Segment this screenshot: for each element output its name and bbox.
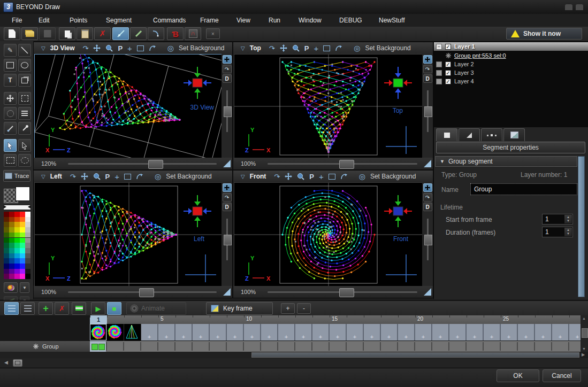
group-child-label[interactable]: Group pnt:553 sel:0 [454,52,506,59]
select-tool-button[interactable] [4,139,17,152]
layer-child-group[interactable]: Group pnt:553 sel:0 [434,51,588,60]
ok-button[interactable]: OK [497,369,539,382]
point-mode-button[interactable]: P [309,173,314,180]
start-frame-spinner[interactable]: 1 ▲▼ [542,214,573,225]
layer-visible-checkbox[interactable]: ✓ [445,44,451,50]
layer-visible-checkbox[interactable]: ✓ [445,61,451,67]
palette-color-cell[interactable] [4,233,9,238]
pan-icon[interactable] [285,173,292,180]
zoom-slider[interactable] [68,163,217,165]
ruler-current-frame[interactable]: 1 [90,315,107,324]
pan-icon[interactable] [81,173,88,180]
viewport-left-canvas[interactable]: Y X Z Left [34,182,222,287]
add-point-icon[interactable]: + [114,173,119,180]
palette-color-cell[interactable] [9,222,14,227]
pen-tool-button[interactable] [130,27,147,40]
palette-gray-cell[interactable] [25,212,30,217]
point-mode-button[interactable]: P [105,173,110,180]
menu-run[interactable]: Run [265,14,284,27]
palette-color-cell[interactable] [20,222,25,227]
select-rect-icon[interactable] [137,45,144,51]
palette-color-cell[interactable] [20,253,25,259]
empty-frame-cell[interactable]: + [501,324,518,340]
spinner-arrows[interactable]: ▲▼ [564,215,572,223]
frame-thumbnail-selected[interactable] [90,324,106,340]
expand-icon[interactable] [436,61,442,67]
pan-mode-button[interactable] [423,55,432,64]
palette-gray-cell[interactable] [25,217,30,222]
palette-color-cell[interactable] [9,212,14,217]
rotate-pointer-icon[interactable] [149,45,156,52]
d-mode-button[interactable]: D [423,203,432,211]
palette-color-cell[interactable] [20,227,25,233]
menu-debug[interactable]: DEBUG [336,14,365,27]
set-background-icon[interactable]: ◎ [359,173,365,180]
palette-color-cell[interactable] [14,264,20,269]
move-tool-button[interactable] [4,92,17,105]
empty-frame-cell[interactable]: + [141,324,158,340]
new-document-button[interactable] [4,27,20,40]
palette-color-cell[interactable] [9,274,14,279]
view-zoom-slider[interactable] [427,90,429,132]
slider-handle[interactable] [148,160,163,169]
lasso-tool-button[interactable] [18,154,31,167]
group-track-label-area[interactable]: Group [0,341,90,352]
palette-color-cell[interactable] [20,258,25,264]
spinner-down-icon[interactable]: ▼ [567,219,570,223]
layer-row-selected[interactable]: − ✓ Layer 1 [434,42,588,51]
palette-color-cell[interactable] [14,227,20,233]
add-frame-button[interactable]: + [39,302,53,315]
empty-frame-cell[interactable]: + [312,324,330,340]
timeline-hscroll[interactable] [0,352,581,358]
orientation-gizmo[interactable] [384,66,413,99]
orbit-icon[interactable]: ↷ [269,45,275,52]
palette-gray-cell[interactable] [25,264,30,269]
delete-button[interactable]: ✗ [94,27,111,40]
palette-gray-cell[interactable] [25,222,30,227]
palette-color-cell[interactable] [4,264,9,269]
zoom-slider[interactable] [68,291,217,293]
palette-color-cell[interactable] [20,274,25,279]
scroll-thumb[interactable] [582,328,588,338]
palette-gray-cell[interactable] [25,274,30,279]
resize-corner-icon[interactable] [223,288,231,296]
box3d-tool-button[interactable] [18,74,31,87]
palette-color-cell[interactable] [20,233,25,238]
slider-handle[interactable] [224,235,232,245]
tab-line[interactable] [459,128,480,141]
palette-color-cell[interactable] [14,243,20,248]
select-rect-icon[interactable] [124,174,131,180]
empty-frame-cell[interactable]: + [295,324,312,340]
track-view-alt-button[interactable] [20,302,35,315]
orientation-gizmo[interactable] [183,195,212,228]
line-tool-button[interactable] [18,44,31,57]
palette-color-cell[interactable] [4,212,9,217]
empty-frame-cell[interactable]: + [261,324,278,340]
menu-newstuff[interactable]: NewStuff [376,14,408,27]
name-input[interactable]: Group [470,183,577,195]
palette-color-cell[interactable] [20,238,25,243]
palette-color-cell[interactable] [9,233,14,238]
duration-spinner[interactable]: 1 ▲▼ [542,227,573,237]
empty-frame-cell[interactable]: + [484,324,501,340]
palette-color-cell[interactable] [20,264,25,269]
timeline-ruler[interactable]: 1510152025 [0,315,581,324]
select-rect-icon[interactable] [329,174,335,180]
palette-color-cell[interactable] [14,258,20,264]
zoom-slider[interactable] [268,291,417,293]
section-collapse-icon[interactable]: ▼ [440,159,445,164]
close-tool-button[interactable]: × [206,28,220,39]
empty-frame-cell[interactable]: + [415,324,432,340]
slider-handle[interactable] [139,288,154,297]
tab-image[interactable] [503,128,525,141]
empty-frame-cell[interactable]: + [244,324,261,340]
empty-frame-cell[interactable]: + [398,324,415,340]
empty-frame-cell[interactable]: + [518,324,535,340]
palette-color-cell[interactable] [4,248,9,253]
palette-color-cell[interactable] [20,243,25,248]
node-select-tool-button[interactable] [18,139,31,152]
viewport-3d-canvas[interactable]: Y X Z 3D View [34,54,222,159]
palette-gray-cell[interactable] [25,227,30,233]
knife-tool-button[interactable]: ✎ [4,44,17,57]
strip-left-arrow-icon[interactable]: ◀ [4,360,8,365]
